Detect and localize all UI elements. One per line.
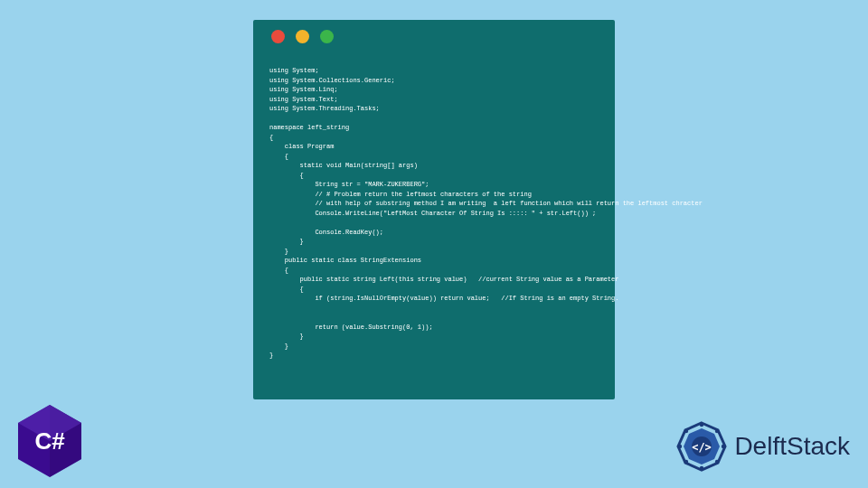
window-titlebar xyxy=(253,20,615,52)
delftstack-logo-icon: </> xyxy=(676,421,727,472)
svg-point-8 xyxy=(715,429,719,433)
svg-point-12 xyxy=(684,460,688,464)
delftstack-name: DelftStack xyxy=(734,432,850,461)
delftstack-brand: </> DelftStack xyxy=(676,421,850,472)
csharp-label: C# xyxy=(34,427,64,455)
maximize-icon[interactable] xyxy=(320,30,334,43)
close-icon[interactable] xyxy=(271,30,285,43)
svg-point-9 xyxy=(722,445,725,448)
minimize-icon[interactable] xyxy=(296,30,309,43)
svg-point-7 xyxy=(700,423,703,427)
code-window: using System; using System.Collections.G… xyxy=(253,20,615,399)
svg-point-14 xyxy=(684,429,688,433)
svg-point-10 xyxy=(715,460,719,464)
svg-point-11 xyxy=(700,466,703,470)
csharp-logo: C# xyxy=(18,405,81,477)
code-block: using System; using System.Collections.G… xyxy=(253,59,615,377)
svg-text:</>: </> xyxy=(693,441,712,454)
svg-point-13 xyxy=(678,445,682,448)
